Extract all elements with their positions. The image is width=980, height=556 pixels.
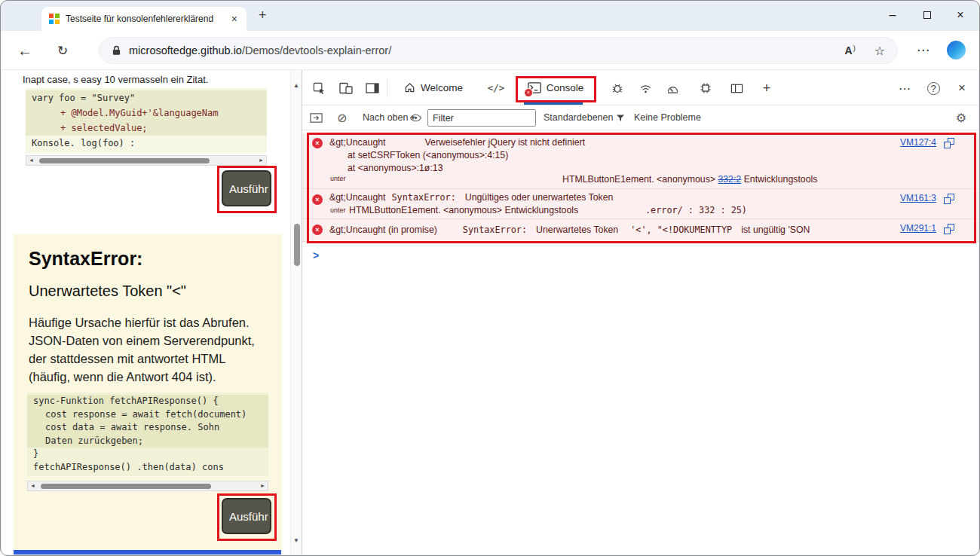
error-type: SyntaxError:	[392, 192, 456, 203]
intro-text: Inapt case, s easy 10 vermasseln ein Zit…	[23, 74, 208, 85]
scrollbar-thumb[interactable]	[41, 484, 211, 489]
source-link[interactable]: VM127:4	[900, 137, 936, 148]
scrollbar-track[interactable]	[38, 481, 258, 490]
console-prompt-chevron[interactable]: >	[313, 249, 319, 261]
stack-frame: at <anonymous>:1ø:13	[348, 163, 443, 173]
horizontal-scrollbar[interactable]: ◄ ►	[27, 481, 268, 491]
new-tab-button[interactable]: +	[259, 8, 267, 23]
home-icon	[404, 82, 415, 93]
browser-menu-icon[interactable]: ⋯	[917, 42, 929, 58]
error-description: Häufige Ursache hierfür ist das Abrufen.…	[29, 314, 267, 386]
dock-panel-button[interactable]	[362, 78, 383, 99]
scrollbar-thumb[interactable]	[39, 158, 210, 163]
layout-button[interactable]	[726, 78, 747, 99]
source-link[interactable]: VM291:1	[900, 223, 936, 234]
tab-sources[interactable]: </>	[479, 70, 513, 105]
favorites-star-icon[interactable]: ☆	[874, 44, 885, 58]
console-error-message[interactable]: × &gt;UncaughtSyntaxError:Ungültiges ode…	[302, 189, 978, 219]
scroll-up-icon[interactable]: ▲	[291, 82, 302, 89]
devtools-menu-button[interactable]: ⋯	[894, 78, 915, 99]
code-line: + selectedValue;	[26, 121, 267, 136]
error-icon: ×	[312, 225, 323, 235]
frame-text: Entwicklungstools	[744, 174, 818, 185]
run-button-1[interactable]: Ausführ	[222, 170, 271, 206]
horizontal-scrollbar[interactable]: ◄ ►	[26, 155, 267, 166]
tab-close-icon[interactable]: ×	[230, 13, 239, 25]
gauge-icon	[666, 83, 679, 94]
layout-panels-icon	[730, 83, 743, 94]
copy-icon[interactable]	[944, 194, 954, 204]
console-error-message[interactable]: × &gt;UncaughtVerweisefehler jQuery ist …	[302, 133, 978, 189]
performance-button[interactable]	[662, 78, 683, 99]
console-toolbar: ⊘ Nach oben ▾ Standardebenen Keine Probl…	[302, 105, 978, 130]
browser-window: Testseite für konsolenfehlererklärend × …	[0, 0, 980, 556]
network-conditions-button[interactable]	[635, 78, 656, 99]
error-token: '<', "<!DOKUMENTTYP	[630, 225, 732, 235]
error-text: ist ungültig 'SON	[741, 225, 810, 235]
copy-icon[interactable]	[944, 224, 954, 234]
inspect-element-button[interactable]	[308, 78, 329, 99]
vertical-scrollbar[interactable]: ▲ ▼	[290, 70, 302, 554]
scroll-right-icon[interactable]: ►	[258, 481, 268, 490]
window-maximize-button[interactable]	[910, 1, 945, 29]
copilot-icon[interactable]	[947, 41, 966, 60]
console-settings-button[interactable]: ⚙	[956, 105, 966, 130]
scroll-left-icon[interactable]: ◄	[28, 481, 38, 490]
more-tools-button[interactable]: +	[756, 78, 777, 99]
stack-frame: HTMLButtonE1ement. <anonymous> 332:2 Ent…	[562, 174, 817, 185]
run-button-2[interactable]: Ausführ	[222, 498, 271, 534]
stack-label: unter	[330, 175, 346, 182]
devtools-close-button[interactable]: ×	[951, 78, 972, 99]
clear-console-button[interactable]: ⊘	[337, 105, 347, 130]
bug-icon	[611, 82, 623, 94]
error-line: &gt;UncaughtSyntaxError:Ungültiges oder …	[329, 192, 613, 203]
window-minimize-button[interactable]: –	[875, 1, 910, 29]
devtools-help-button[interactable]: ?	[923, 78, 944, 99]
scrollbar-track[interactable]	[36, 156, 256, 165]
stack-frame: HTMLButtonE1ement. <anonymous> Entwicklu…	[349, 205, 578, 215]
stack-frame-location: .error/ : 332 : 25)	[645, 205, 747, 215]
funnel-icon	[616, 114, 625, 122]
url-text: microsoftedge.github.io/Demos/devtools-e…	[129, 44, 825, 57]
tab-console-label: Console	[547, 82, 584, 93]
frame-context-dropdown[interactable]: Nach oben ▾	[363, 105, 415, 130]
inspect-cursor-icon	[313, 82, 326, 95]
eye-icon	[409, 113, 422, 123]
error-prefix: &gt;Uncaught	[329, 192, 386, 203]
source-location-link[interactable]: 332:2	[718, 174, 741, 185]
log-levels-dropdown[interactable]: Standardebenen	[544, 105, 625, 130]
live-expression-button[interactable]	[409, 105, 422, 130]
window-close-button[interactable]: ×	[943, 1, 978, 29]
console-error-message[interactable]: × &gt;Uncaught (in promise)SyntaxError:U…	[302, 219, 978, 242]
active-tab-underline	[524, 102, 583, 105]
console-filter-input[interactable]	[427, 109, 536, 127]
copy-icon[interactable]	[944, 138, 954, 148]
issues-counter[interactable]: Keine Probleme	[634, 105, 701, 130]
browser-tab[interactable]: Testseite für konsolenfehlererklärend ×	[41, 7, 247, 31]
error-subtitle: Unerwartetes Token "<"	[29, 283, 186, 300]
back-button[interactable]: ←	[11, 31, 38, 70]
frame-context-label: Nach oben	[363, 112, 408, 123]
scroll-right-icon[interactable]: ►	[256, 156, 266, 165]
code-line: }	[27, 448, 268, 461]
cpu-chip-icon	[700, 82, 712, 94]
code-line: cost data = await response. Sohn	[27, 421, 268, 435]
memory-button[interactable]	[695, 78, 716, 99]
tab-console[interactable]: × Console	[516, 70, 595, 105]
url-field[interactable]: microsoftedge.github.io/Demos/devtools-e…	[99, 37, 898, 64]
device-toolbar-icon	[339, 82, 353, 94]
tab-welcome[interactable]: Welcome	[393, 70, 474, 105]
scrollbar-thumb[interactable]	[294, 224, 300, 266]
code-line: cost response = await fetch(document)	[27, 408, 268, 422]
issues-button[interactable]	[607, 78, 628, 99]
device-emulation-button[interactable]	[335, 78, 357, 99]
error-text: Verweisefehler jQuery ist nicht definier…	[425, 137, 586, 148]
scroll-down-icon[interactable]: ▼	[291, 537, 302, 544]
url-path: /Demos/devtools-explain-error/	[242, 44, 391, 57]
read-aloud-icon[interactable]: A	[845, 44, 855, 57]
console-sidebar-button[interactable]	[310, 105, 323, 130]
source-link[interactable]: VM161:3	[900, 193, 936, 203]
error-text: Ungültiges oder unerwartetes Token	[465, 192, 614, 203]
scroll-left-icon[interactable]: ◄	[26, 156, 36, 165]
refresh-button[interactable]: ↻	[49, 31, 76, 70]
